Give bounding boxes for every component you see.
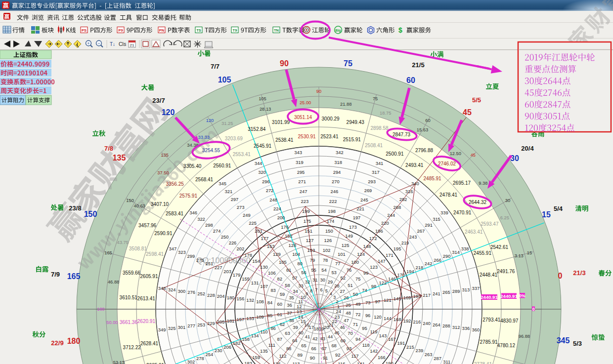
svg-text:196: 196	[375, 228, 383, 234]
svg-text:2440.91: 2440.91	[481, 294, 498, 300]
svg-text:166: 166	[378, 355, 386, 360]
svg-text:194: 194	[406, 269, 414, 274]
svg-text:319: 319	[296, 160, 304, 165]
svg-text:56: 56	[301, 270, 306, 275]
svg-text:24: 24	[336, 309, 341, 314]
svg-text:75: 75	[373, 96, 378, 101]
svg-text:155: 155	[242, 276, 250, 282]
svg-text:113: 113	[293, 361, 300, 364]
svg-text:3.13: 3.13	[515, 253, 524, 258]
svg-text:30: 30	[320, 277, 325, 283]
svg-text:149: 149	[345, 233, 353, 239]
svg-text:172: 172	[369, 236, 377, 241]
svg-text:109: 109	[256, 314, 264, 320]
svg-text:82: 82	[277, 276, 282, 282]
svg-text:180: 180	[67, 337, 81, 345]
svg-text:2644.32: 2644.32	[469, 200, 487, 205]
svg-text:65: 65	[301, 343, 306, 348]
svg-text:176: 176	[281, 224, 289, 230]
svg-text:0: 0	[532, 307, 535, 312]
svg-text:103: 103	[307, 247, 315, 253]
svg-text:254: 254	[205, 352, 213, 357]
svg-text:28.13: 28.13	[260, 107, 271, 112]
svg-text:2898.58: 2898.58	[370, 125, 389, 131]
svg-text:195: 195	[394, 246, 401, 251]
svg-text:2590.91: 2590.91	[154, 231, 173, 236]
svg-text:48: 48	[346, 310, 350, 316]
svg-text:191: 191	[397, 340, 405, 346]
svg-text:322: 322	[197, 216, 205, 222]
svg-text:53: 53	[331, 270, 336, 275]
svg-text:1: 1	[337, 304, 340, 309]
svg-text:3101.99: 3101.99	[272, 120, 290, 125]
svg-text:247: 247	[300, 189, 307, 194]
svg-text:148: 148	[363, 243, 371, 249]
svg-text:267: 267	[417, 228, 425, 234]
svg-text:21.88: 21.88	[340, 102, 351, 107]
svg-text:158: 158	[242, 336, 250, 342]
svg-text:2530.91: 2530.91	[298, 134, 316, 139]
svg-text:143: 143	[379, 333, 387, 338]
svg-text:240: 240	[423, 321, 431, 326]
svg-text:72: 72	[355, 312, 360, 317]
svg-text:251: 251	[205, 261, 213, 266]
svg-text:347: 347	[169, 246, 177, 251]
svg-text:253: 253	[197, 322, 205, 327]
svg-text:90: 90	[316, 89, 321, 94]
svg-text:339: 339	[440, 210, 448, 215]
svg-text:101: 101	[338, 251, 346, 257]
svg-text:PS: PS	[82, 28, 87, 33]
svg-text:2485.91: 2485.91	[424, 176, 442, 181]
svg-text:228: 228	[207, 292, 215, 298]
svg-text:+: +	[87, 41, 89, 46]
svg-text:3407.10: 3407.10	[151, 202, 169, 207]
svg-text:152: 152	[285, 233, 293, 239]
svg-text:2440.91: 2440.91	[500, 293, 518, 299]
svg-text:246: 246	[330, 189, 338, 194]
svg-text:76: 76	[347, 267, 351, 273]
svg-text:226: 226	[229, 240, 237, 245]
svg-text:21/5: 21/5	[412, 61, 424, 69]
svg-text:312: 312	[452, 324, 460, 330]
svg-text:27: 27	[340, 288, 345, 294]
svg-text:2628.41: 2628.41	[140, 341, 159, 346]
svg-text:119: 119	[370, 329, 377, 334]
svg-text:272: 272	[266, 188, 274, 193]
svg-text:2613.41: 2613.41	[137, 296, 156, 301]
svg-text:275: 275	[196, 257, 204, 263]
svg-text:178: 178	[244, 252, 252, 258]
svg-text:71: 71	[353, 322, 358, 327]
svg-text:23/8: 23/8	[69, 204, 81, 212]
svg-text:51: 51	[348, 283, 352, 288]
svg-text:67: 67	[321, 346, 326, 351]
svg-text:122: 122	[379, 280, 387, 285]
svg-text:292: 292	[399, 197, 407, 202]
svg-text:180: 180	[227, 295, 235, 300]
svg-text:89: 89	[297, 352, 302, 358]
svg-text:2448.41: 2448.41	[480, 272, 498, 278]
svg-text:36: 36	[287, 302, 292, 308]
svg-text:0%: 0%	[519, 293, 525, 298]
svg-text:105: 105	[259, 96, 266, 101]
svg-text:78: 78	[323, 257, 328, 263]
svg-text:2463.41: 2463.41	[465, 229, 483, 235]
svg-text:302: 302	[187, 359, 195, 364]
svg-text:74: 74	[362, 287, 367, 293]
svg-text:317: 317	[372, 169, 380, 175]
svg-text:44: 44	[328, 334, 333, 339]
svg-text:198: 198	[328, 208, 336, 214]
svg-text:117: 117	[351, 353, 359, 359]
svg-text:108: 108	[256, 299, 264, 304]
svg-text:15: 15	[527, 250, 532, 255]
svg-text:3457.96: 3457.96	[138, 223, 157, 228]
svg-text:273: 273	[237, 204, 245, 210]
svg-text:2493.41: 2493.41	[405, 162, 424, 168]
svg-text:2605.91: 2605.91	[140, 274, 158, 279]
svg-text:2553.41: 2553.41	[233, 152, 251, 157]
svg-text:7/7: 7/7	[211, 63, 219, 70]
svg-text:88: 88	[286, 346, 291, 351]
svg-text:219: 219	[401, 240, 409, 245]
svg-text:141: 141	[357, 361, 365, 364]
svg-text:PN: PN	[159, 28, 164, 33]
svg-text:274: 274	[213, 228, 221, 234]
